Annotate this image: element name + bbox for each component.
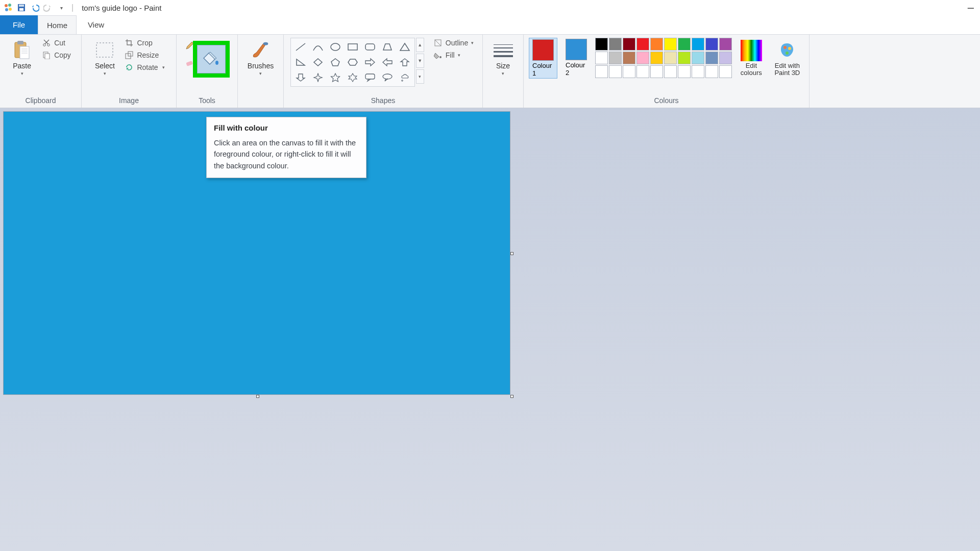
shape-oval[interactable] [327, 40, 344, 54]
svg-rect-24 [186, 61, 193, 66]
colour-swatch-empty[interactable] [595, 65, 608, 78]
colour-swatch[interactable] [692, 52, 704, 64]
shape-triangle[interactable] [397, 40, 413, 54]
brushes-button[interactable]: Brushes ▾ [244, 38, 277, 78]
colour1-button[interactable]: Colour 1 [529, 38, 557, 79]
colour-swatch[interactable] [595, 38, 608, 51]
colour-swatch-empty[interactable] [692, 65, 704, 78]
colour-swatch[interactable] [650, 52, 663, 64]
colour-swatch-empty[interactable] [678, 65, 691, 78]
select-button[interactable]: Select ▾ [91, 38, 118, 78]
edit-colours-button[interactable]: Edit colours [737, 38, 766, 79]
svg-point-25 [221, 59, 226, 64]
text-tool[interactable]: A [217, 38, 232, 53]
colour-swatch[interactable] [705, 52, 718, 64]
fill-tool[interactable] [200, 38, 215, 53]
save-icon[interactable] [16, 3, 27, 13]
fill-button[interactable]: Fill ▾ [431, 50, 476, 60]
window-title: tom's guide logo - Paint [82, 4, 161, 12]
colour-swatch[interactable] [636, 38, 649, 51]
resize-handle-bottom[interactable] [256, 395, 259, 398]
colour-swatch[interactable] [705, 38, 718, 51]
colour-swatch[interactable] [692, 38, 704, 51]
colour-swatch[interactable] [719, 52, 732, 64]
shape-callout-oval[interactable] [379, 70, 396, 85]
pencil-tool[interactable] [182, 38, 198, 53]
colour2-button[interactable]: Colour 2 [562, 38, 590, 78]
rotate-label: Rotate [137, 63, 158, 71]
minimize-icon[interactable]: – [968, 1, 974, 14]
resize-button[interactable]: Resize [122, 50, 166, 60]
cut-button[interactable]: Cut [40, 38, 73, 48]
shape-hexagon[interactable] [345, 55, 361, 69]
shapes-expand[interactable]: ▾ [416, 69, 424, 84]
copy-button[interactable]: Copy [40, 50, 73, 60]
group-shapes: ▲ ▼ ▾ Outline ▾ Fill ▾ Shapes [284, 35, 483, 108]
qat-dropdown-icon[interactable]: ▾ [56, 3, 66, 13]
colour-swatch-empty[interactable] [609, 65, 622, 78]
colour-swatch[interactable] [595, 52, 608, 64]
tooltip-title: Fill with colour [214, 123, 359, 132]
colour-palette [595, 38, 732, 78]
colour-swatch-empty[interactable] [636, 65, 649, 78]
colour-swatch-empty[interactable] [664, 65, 677, 78]
shape-pentagon[interactable] [327, 55, 344, 69]
colour-swatch[interactable] [623, 38, 635, 51]
file-tab[interactable]: File [0, 15, 38, 34]
colour-swatch-empty[interactable] [623, 65, 635, 78]
rotate-button[interactable]: Rotate ▾ [122, 62, 166, 72]
brush-icon [250, 40, 271, 61]
colour-swatch[interactable] [609, 52, 622, 64]
shape-star6[interactable] [345, 70, 361, 85]
redo-icon[interactable] [43, 3, 53, 13]
resize-handle-corner[interactable] [510, 395, 513, 398]
shape-right-triangle[interactable] [292, 55, 309, 69]
colour-swatch[interactable] [636, 52, 649, 64]
colour-swatch[interactable] [664, 38, 677, 51]
colour-swatch[interactable] [678, 52, 691, 64]
colour-swatch[interactable] [719, 38, 732, 51]
size-label: Size [496, 62, 510, 70]
undo-icon[interactable] [30, 3, 40, 13]
svg-rect-18 [45, 54, 50, 59]
shapes-scroll-down[interactable]: ▼ [416, 54, 424, 68]
shape-callout-rect[interactable] [362, 70, 378, 85]
shape-star5[interactable] [327, 70, 344, 85]
shape-line[interactable] [292, 40, 309, 54]
shapes-gallery[interactable] [290, 38, 415, 87]
home-tab[interactable]: Home [38, 15, 77, 34]
shape-polygon[interactable] [379, 40, 396, 54]
shape-curve[interactable] [310, 40, 326, 54]
paste-button[interactable]: Paste ▾ [8, 38, 36, 78]
colour-swatch[interactable] [664, 52, 677, 64]
picker-tool[interactable] [200, 55, 215, 70]
shape-roundrect[interactable] [362, 40, 378, 54]
shape-star4[interactable] [310, 70, 326, 85]
svg-point-33 [383, 74, 392, 79]
crop-button[interactable]: Crop [122, 38, 166, 48]
shape-arrow-right[interactable] [362, 55, 378, 69]
shape-arrow-down[interactable] [292, 70, 309, 85]
outline-button[interactable]: Outline ▾ [431, 38, 476, 48]
view-tab[interactable]: View [77, 15, 115, 34]
colour-swatch-empty[interactable] [705, 65, 718, 78]
svg-point-36 [439, 56, 442, 58]
size-button[interactable]: Size ▾ [489, 38, 517, 78]
colour-swatch[interactable] [623, 52, 635, 64]
shape-arrow-up[interactable] [397, 55, 413, 69]
shape-diamond[interactable] [310, 55, 326, 69]
colour-swatch[interactable] [609, 38, 622, 51]
colour-swatch-empty[interactable] [650, 65, 663, 78]
shape-rect[interactable] [345, 40, 361, 54]
svg-point-22 [209, 46, 212, 49]
shape-arrow-left[interactable] [379, 55, 396, 69]
resize-handle-right[interactable] [510, 252, 513, 255]
shape-callout-cloud[interactable] [397, 70, 413, 85]
eraser-tool[interactable] [182, 55, 198, 70]
magnifier-tool[interactable] [217, 55, 232, 70]
colour-swatch-empty[interactable] [719, 65, 732, 78]
colour-swatch[interactable] [678, 38, 691, 51]
shapes-scroll-up[interactable]: ▲ [416, 38, 424, 52]
colour-swatch[interactable] [650, 38, 663, 51]
paint3d-button[interactable]: Edit with Paint 3D [771, 38, 804, 79]
